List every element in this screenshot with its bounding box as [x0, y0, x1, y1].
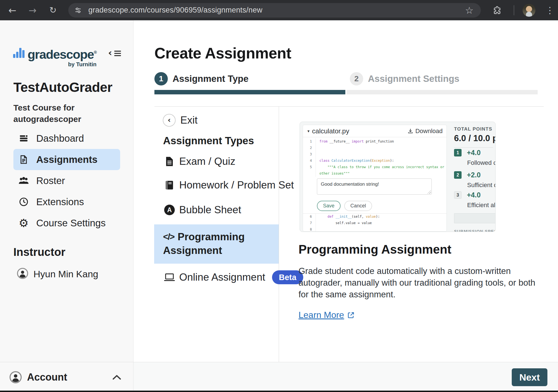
- type-label: Bubble Sheet: [179, 204, 241, 216]
- forward-icon[interactable]: →: [29, 6, 37, 15]
- comment-text: Good documentation string!: [321, 182, 379, 187]
- detail-description: Grade student code automatically with a …: [299, 265, 541, 300]
- file-name: calculator.py: [312, 127, 349, 135]
- download-icon: [407, 128, 413, 134]
- exam-doc-icon: [163, 156, 176, 166]
- section-divider: [154, 106, 544, 107]
- sidebar-nav: Dashboard Assignments: [0, 128, 133, 234]
- type-label-line1: Programming: [178, 230, 245, 244]
- type-homework-problem-set[interactable]: Homework / Problem Set: [163, 179, 294, 191]
- bubble-a-icon: A: [163, 205, 176, 215]
- rubric-desc: Sufficient docum: [467, 182, 496, 189]
- brand-text: gradescope: [28, 47, 94, 62]
- hamburger-icon: [114, 51, 121, 56]
- column-divider: [279, 107, 279, 362]
- save-button: Save: [317, 201, 341, 211]
- type-programming-assignment-selected[interactable]: </> Programming Assignment: [154, 224, 279, 264]
- account-bar[interactable]: Account: [0, 362, 133, 392]
- type-online-assignment[interactable]: Online Assignment Beta: [163, 270, 303, 284]
- page-title: Create Assignment: [154, 44, 291, 62]
- type-label: Exam / Quiz: [179, 156, 236, 167]
- account-person-icon: [9, 371, 22, 384]
- sidebar-item-label: Dashboard: [36, 133, 84, 144]
- address-bar[interactable]: gradescope.com/courses/906959/assignment…: [68, 3, 481, 18]
- type-bubble-sheet[interactable]: A Bubble Sheet: [163, 204, 241, 216]
- type-label-line2: Assignment: [163, 244, 279, 257]
- sidebar-item-roster[interactable]: Roster: [13, 170, 120, 191]
- learn-more-label: Learn More: [299, 310, 344, 320]
- bookmark-star-icon[interactable]: ☆: [465, 5, 474, 16]
- code-file-header: ▾ calculator.py Download: [303, 125, 447, 137]
- progress-segment-active: [154, 90, 345, 94]
- total-points-value: 6.0 / 10.0 pts: [454, 133, 496, 143]
- exit-button[interactable]: ‹ Exit: [163, 114, 198, 127]
- instructor-row[interactable]: Hyun Min Kang: [17, 268, 98, 280]
- main-content: Create Assignment 1 Assignment Type 2 As…: [134, 20, 558, 392]
- chevron-up-icon: [112, 374, 122, 380]
- instructor-heading: Instructor: [13, 246, 65, 258]
- sidebar-item-label: Extensions: [36, 196, 84, 207]
- sidebar-item-label: Roster: [36, 175, 65, 186]
- type-label: Online Assignment: [179, 271, 265, 283]
- sidebar-item-assignments[interactable]: Assignments: [13, 149, 120, 170]
- site-settings-icon[interactable]: [74, 6, 82, 14]
- type-exam-quiz[interactable]: Exam / Quiz: [163, 156, 236, 167]
- learn-more-link[interactable]: Learn More: [299, 310, 355, 320]
- step-assignment-type: 1 Assignment Type: [154, 72, 249, 85]
- extensions-icon[interactable]: [493, 6, 502, 15]
- chevron-left-icon: ‹: [108, 50, 112, 57]
- types-heading: Assignment Types: [163, 135, 254, 147]
- browser-toolbar: ← → ↻ gradescope.com/courses/906959/assi…: [0, 0, 558, 20]
- sidebar-item-label: Assignments: [36, 154, 98, 165]
- assignments-icon: [18, 155, 30, 165]
- step-label: Assignment Type: [173, 74, 249, 84]
- rubric-item: 2 +2.0 Sufficient docum: [454, 171, 496, 189]
- wizard-progress-bar: [154, 90, 538, 94]
- resize-handle-icon: [427, 190, 431, 194]
- course-subtitle: Test Course for autogradescoper: [13, 102, 107, 125]
- profile-avatar[interactable]: [523, 4, 535, 17]
- laptop-icon: [163, 273, 176, 282]
- progress-segment-inactive: [346, 90, 538, 94]
- rubric-number-badge: 1: [454, 149, 462, 156]
- course-title: TestAutoGrader: [13, 80, 112, 95]
- screen-bottom-edge: [0, 391, 558, 392]
- rubric-item: 1 +4.0 Followed coding: [454, 149, 496, 166]
- next-button[interactable]: Next: [512, 368, 547, 386]
- rubric-clipped-footer: SUBMISSION SPECIFIC: [454, 229, 496, 232]
- step-number: 2: [350, 72, 363, 85]
- rubric-points: +2.0: [467, 171, 481, 179]
- account-label: Account: [27, 371, 67, 383]
- gradescope-logo[interactable]: gradescope® by Turnitin: [13, 46, 96, 68]
- rubric-desc: Followed coding: [467, 159, 496, 166]
- instructor-name: Hyun Min Kang: [33, 269, 98, 280]
- gear-icon: ⚙: [18, 217, 30, 229]
- detail-heading: Programming Assignment: [299, 242, 451, 256]
- download-button: Download: [407, 128, 443, 135]
- sidebar-item-dashboard[interactable]: Dashboard: [13, 128, 120, 149]
- rubric-divider: [454, 147, 493, 148]
- comment-textarea: Good documentation string!: [317, 178, 432, 195]
- step-number: 1: [154, 72, 168, 85]
- code-lines-top: 1from __future__ import print_function23…: [303, 137, 447, 177]
- reload-icon[interactable]: ↻: [49, 6, 57, 14]
- rubric-number-badge: 2: [454, 171, 462, 179]
- homework-book-icon: [163, 180, 176, 190]
- download-label: Download: [415, 128, 443, 135]
- step-label: Assignment Settings: [368, 74, 459, 84]
- logo-byline: by Turnitin: [28, 61, 96, 68]
- cancel-button: Cancel: [344, 201, 372, 211]
- rubric-item: 3 +4.0 Efficient algorith: [454, 191, 496, 209]
- collapse-sidebar-button[interactable]: ‹: [108, 50, 121, 57]
- sidebar-item-extensions[interactable]: Extensions: [13, 191, 120, 212]
- back-icon[interactable]: ←: [8, 6, 16, 15]
- exit-label: Exit: [180, 114, 198, 126]
- step-assignment-settings: 2 Assignment Settings: [350, 72, 459, 85]
- person-circle-icon: [17, 268, 28, 280]
- chevron-left-circle-icon: ‹: [163, 114, 176, 127]
- sidebar-item-course-settings[interactable]: ⚙ Course Settings: [13, 212, 120, 234]
- rubric-number-badge: 3: [454, 191, 462, 199]
- clock-icon: [18, 197, 30, 207]
- browser-menu-icon[interactable]: ⋮: [545, 5, 554, 16]
- programming-preview-image: ▾ calculator.py Download 1from __future_…: [300, 122, 496, 232]
